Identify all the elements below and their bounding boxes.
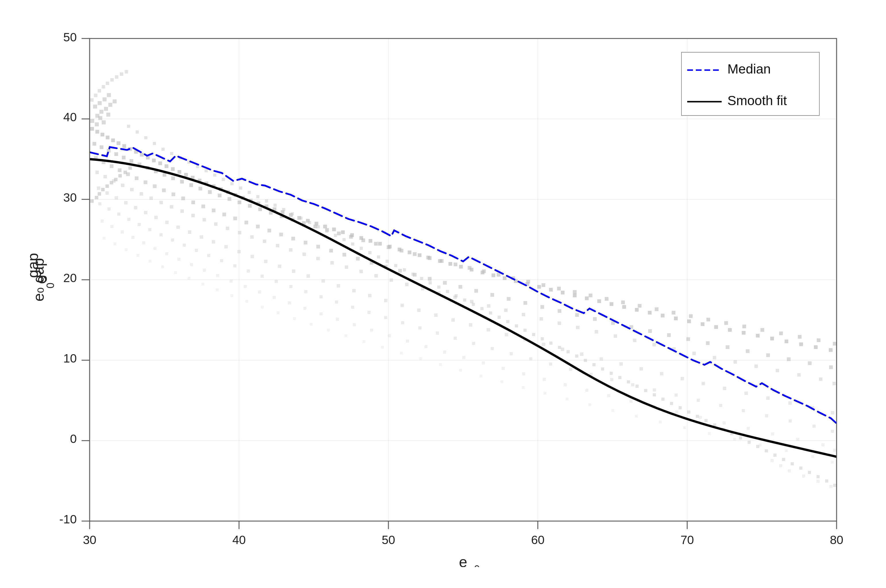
svg-rect-362 [631, 383, 634, 386]
svg-rect-452 [785, 449, 788, 452]
svg-rect-351 [418, 326, 421, 330]
y-tick-50: 50 [63, 30, 77, 44]
svg-rect-283 [124, 201, 127, 204]
y-tick-20: 20 [63, 271, 77, 285]
svg-rect-31 [95, 114, 99, 118]
svg-rect-547 [791, 462, 794, 465]
svg-rect-18 [98, 192, 101, 196]
svg-rect-413 [822, 443, 825, 446]
svg-rect-347 [351, 306, 354, 309]
svg-rect-528 [627, 380, 630, 384]
svg-rect-179 [110, 164, 114, 168]
svg-rect-38 [103, 98, 106, 101]
svg-rect-410 [747, 427, 750, 430]
svg-rect-334 [171, 238, 174, 242]
svg-rect-135 [238, 201, 241, 204]
svg-rect-483 [239, 186, 242, 190]
svg-rect-145 [349, 235, 353, 239]
y-tick-10: 10 [63, 352, 77, 365]
svg-rect-432 [345, 334, 347, 337]
svg-rect-502 [403, 268, 406, 272]
svg-rect-375 [131, 236, 135, 239]
svg-rect-118 [93, 142, 96, 146]
svg-rect-507 [446, 290, 449, 293]
svg-rect-328 [108, 207, 111, 210]
svg-rect-411 [771, 432, 774, 435]
svg-rect-536 [696, 415, 699, 418]
y-axis-full-label: e₀ gap [30, 258, 47, 302]
svg-rect-201 [342, 253, 346, 256]
svg-rect-123 [130, 159, 133, 163]
svg-rect-256 [405, 283, 409, 286]
x-tick-30: 30 [83, 533, 96, 547]
svg-rect-438 [459, 369, 462, 372]
svg-rect-134 [228, 197, 231, 201]
svg-rect-543 [756, 445, 759, 448]
svg-rect-457 [98, 89, 101, 93]
svg-rect-100 [597, 299, 601, 303]
svg-rect-152 [440, 259, 444, 263]
svg-rect-46 [122, 144, 126, 148]
svg-rect-163 [605, 297, 609, 301]
svg-rect-512 [489, 311, 492, 315]
svg-rect-248 [289, 248, 292, 252]
svg-rect-170 [724, 321, 728, 325]
svg-rect-262 [504, 309, 508, 312]
svg-rect-544 [765, 449, 768, 452]
svg-rect-210 [474, 289, 478, 293]
svg-rect-101 [610, 302, 613, 306]
svg-rect-185 [162, 188, 166, 192]
svg-rect-104 [648, 311, 652, 315]
svg-rect-505 [429, 281, 432, 284]
svg-rect-232 [112, 179, 115, 183]
svg-rect-419 [148, 260, 151, 262]
svg-rect-490 [299, 217, 303, 220]
svg-rect-506 [437, 285, 441, 289]
svg-rect-335 [183, 244, 186, 247]
svg-rect-401 [543, 378, 546, 381]
svg-rect-550 [817, 475, 820, 478]
svg-rect-224 [726, 345, 729, 349]
svg-rect-226 [766, 353, 770, 357]
svg-rect-155 [482, 270, 486, 273]
svg-rect-295 [264, 260, 267, 263]
svg-rect-35 [112, 99, 117, 104]
svg-rect-288 [176, 225, 180, 229]
svg-rect-427 [261, 306, 264, 309]
svg-rect-195 [267, 229, 271, 232]
svg-rect-237 [159, 201, 163, 204]
svg-rect-153 [454, 262, 457, 266]
svg-rect-84 [418, 254, 421, 257]
svg-rect-444 [588, 403, 591, 406]
svg-rect-312 [542, 343, 545, 346]
svg-rect-196 [279, 232, 283, 236]
svg-rect-340 [247, 270, 250, 273]
svg-rect-264 [540, 317, 543, 321]
svg-rect-235 [139, 192, 143, 196]
svg-rect-217 [593, 317, 597, 321]
svg-rect-394 [406, 339, 409, 343]
svg-rect-52 [158, 161, 162, 165]
svg-rect-481 [222, 178, 225, 181]
svg-rect-517 [532, 333, 535, 336]
svg-rect-513 [498, 316, 501, 319]
svg-rect-36 [93, 105, 97, 109]
svg-rect-332 [148, 228, 151, 231]
svg-rect-297 [292, 270, 295, 273]
svg-rect-403 [585, 388, 588, 392]
svg-rect-357 [529, 357, 532, 360]
svg-rect-404 [607, 394, 610, 397]
svg-rect-307 [451, 318, 455, 322]
svg-rect-397 [462, 356, 465, 359]
svg-rect-460 [110, 78, 114, 82]
svg-rect-301 [352, 289, 356, 292]
svg-rect-290 [200, 235, 203, 239]
svg-rect-523 [584, 359, 587, 362]
svg-rect-310 [505, 333, 508, 336]
svg-rect-291 [212, 240, 215, 244]
svg-rect-202 [356, 257, 360, 261]
svg-rect-524 [592, 363, 595, 366]
svg-rect-97 [561, 291, 565, 294]
svg-rect-527 [618, 376, 621, 379]
svg-rect-276 [776, 369, 779, 372]
